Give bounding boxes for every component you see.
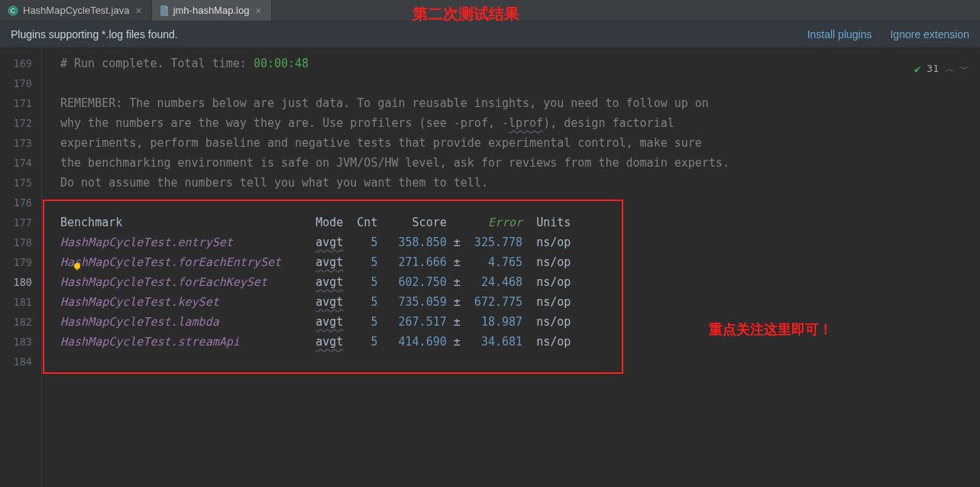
file-icon [160, 5, 169, 16]
line-gutter: 1691701711721731741751761771781791801811… [0, 47, 42, 487]
tab-hashmapcycletest[interactable]: C HashMapCycleTest.java × [0, 0, 152, 21]
close-icon[interactable]: × [254, 5, 263, 17]
tab-jmh-log[interactable]: jmh-hashMap.log × [152, 0, 272, 21]
tab-label: HashMapCycleTest.java [23, 5, 129, 16]
svg-text:C: C [11, 7, 16, 15]
tab-label: jmh-hashMap.log [173, 5, 250, 16]
code-content[interactable]: # Run complete. Total time: 00:00:48REME… [42, 47, 980, 487]
install-plugins-link[interactable]: Install plugins [807, 28, 872, 41]
notification-banner: Plugins supporting *.log files found. In… [0, 21, 980, 47]
close-icon[interactable]: × [134, 5, 143, 17]
java-class-icon: C [8, 5, 18, 16]
editor-tabs: C HashMapCycleTest.java × jmh-hashMap.lo… [0, 0, 980, 21]
ignore-extension-link[interactable]: Ignore extension [890, 28, 969, 41]
banner-message: Plugins supporting *.log files found. [11, 28, 178, 41]
editor-area[interactable]: ✔ 31 ︿ ﹀ 1691701711721731741751761771781… [0, 47, 980, 487]
